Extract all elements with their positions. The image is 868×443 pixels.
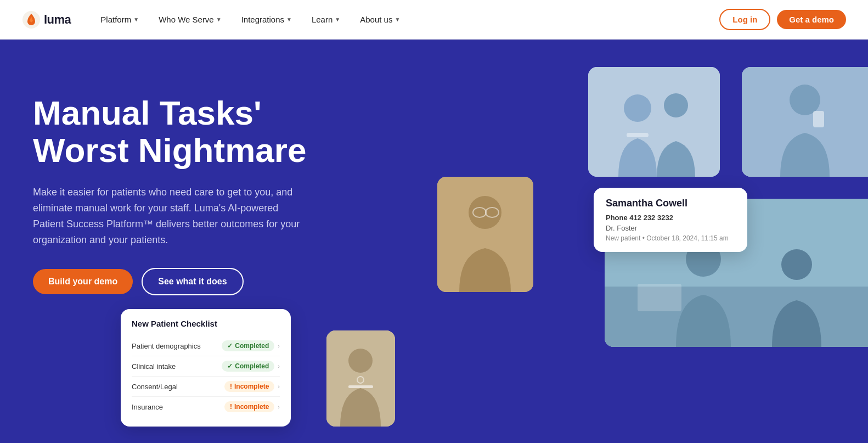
warning-icon: !	[230, 383, 232, 390]
checklist-item-label: Insurance	[132, 403, 163, 411]
man-phone-illustration	[742, 67, 868, 177]
check-icon: ✓	[227, 362, 233, 370]
doctors-illustration	[588, 67, 720, 177]
chevron-down-icon: ›	[278, 363, 280, 369]
female-doctor-photo	[326, 330, 395, 427]
chevron-down-icon: ▼	[133, 16, 139, 23]
logo-text: luma	[44, 13, 71, 27]
check-icon: ✓	[227, 342, 233, 350]
doctors-photo	[588, 67, 720, 177]
svg-rect-15	[348, 385, 373, 388]
checklist-item-demographics: Patient demographics ✓ Completed ›	[132, 336, 280, 356]
chevron-down-icon: ›	[278, 403, 280, 410]
chevron-down-icon: ▼	[335, 16, 340, 23]
checklist-item-label: Clinical intake	[132, 362, 176, 371]
patient-doctor: Dr. Foster	[606, 224, 735, 232]
see-what-it-does-button[interactable]: See what it does	[142, 268, 243, 295]
hero-section: Manual Tasks' Worst Nightmare Make it ea…	[0, 40, 868, 443]
nav-item-platform[interactable]: Platform ▼	[93, 10, 146, 29]
chevron-down-icon: ›	[278, 343, 280, 349]
checklist-item-clinical: Clinical intake ✓ Completed ›	[132, 356, 280, 377]
checklist-item-insurance: Insurance ! Incomplete ›	[132, 397, 280, 417]
patient-name: Samantha Cowell	[606, 198, 735, 209]
nav-item-integrations[interactable]: Integrations ▼	[234, 10, 300, 29]
hero-subtitle: Make it easier for patients who need car…	[33, 184, 307, 248]
chevron-down-icon: ▼	[216, 16, 222, 23]
elderly-illustration	[437, 177, 533, 292]
luma-logo-icon	[22, 10, 41, 29]
checklist-item-label: Consent/Legal	[132, 383, 178, 391]
patient-phone: Phone 412 232 3232	[606, 214, 735, 222]
nav-item-about-us[interactable]: About us ▼	[352, 10, 408, 29]
build-demo-button[interactable]: Build your demo	[33, 269, 133, 294]
hero-buttons: Build your demo See what it does	[33, 268, 340, 295]
svg-point-6	[790, 85, 820, 115]
nav-actions: Log in Get a demo	[719, 9, 846, 30]
status-badge-incomplete: ! Incomplete	[224, 381, 274, 392]
warning-icon: !	[230, 403, 232, 411]
checklist-title: New Patient Checklist	[132, 319, 280, 328]
nav-links: Platform ▼ Who We Serve ▼ Integrations ▼…	[93, 10, 719, 29]
svg-point-2	[624, 94, 651, 122]
svg-rect-4	[627, 133, 649, 137]
elderly-photo	[437, 177, 533, 292]
checklist-card: New Patient Checklist Patient demographi…	[121, 309, 291, 427]
nav-item-who-we-serve[interactable]: Who We Serve ▼	[151, 10, 229, 29]
man-phone-photo	[742, 67, 868, 177]
nav-item-learn[interactable]: Learn ▼	[304, 10, 348, 29]
navbar: luma Platform ▼ Who We Serve ▼ Integrati…	[0, 0, 868, 40]
svg-point-14	[348, 349, 373, 373]
status-badge-completed: ✓ Completed	[222, 361, 274, 372]
female-doctor-illustration	[326, 330, 395, 427]
get-demo-button[interactable]: Get a demo	[777, 10, 846, 29]
chevron-down-icon: ›	[278, 383, 280, 390]
status-badge-incomplete: ! Incomplete	[224, 401, 274, 412]
status-badge-completed: ✓ Completed	[222, 340, 274, 351]
checklist-item-consent: Consent/Legal ! Incomplete ›	[132, 377, 280, 397]
patient-info-card: Samantha Cowell Phone 412 232 3232 Dr. F…	[594, 188, 747, 252]
hero-title: Manual Tasks' Worst Nightmare	[33, 94, 340, 169]
login-button[interactable]: Log in	[719, 9, 770, 30]
chevron-down-icon: ▼	[394, 16, 400, 23]
svg-rect-21	[638, 284, 681, 311]
svg-point-3	[664, 93, 688, 117]
hero-left: Manual Tasks' Worst Nightmare Make it ea…	[33, 83, 340, 295]
svg-point-20	[781, 249, 812, 280]
svg-rect-7	[813, 111, 824, 127]
patient-appointment: New patient • October 18, 2024, 11:15 am	[606, 234, 735, 242]
chevron-down-icon: ▼	[286, 16, 292, 23]
logo[interactable]: luma	[22, 10, 71, 29]
checklist-item-label: Patient demographics	[132, 342, 201, 350]
